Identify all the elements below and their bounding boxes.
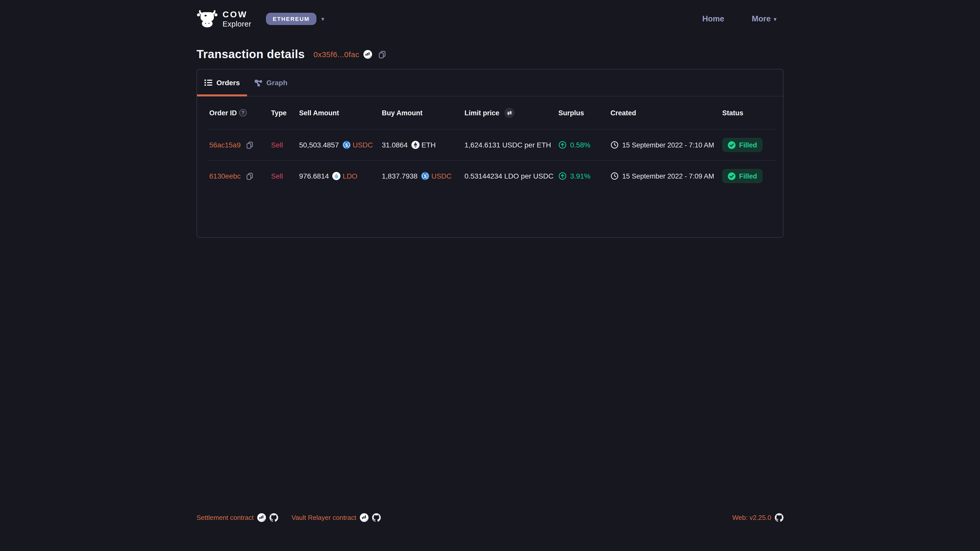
- sell-amount: 976.6814: [299, 172, 329, 180]
- help-icon[interactable]: [239, 109, 247, 117]
- github-icon[interactable]: [269, 513, 278, 522]
- chevron-down-icon: ▼: [320, 16, 325, 22]
- order-id-link[interactable]: 6130eebc: [209, 172, 241, 180]
- surplus-value: 0.58%: [570, 141, 590, 149]
- cow-icon: [197, 10, 218, 28]
- buy-token-link[interactable]: USDC: [431, 172, 452, 180]
- usdc-icon: [342, 141, 351, 149]
- copy-order-id-icon[interactable]: [246, 141, 253, 149]
- order-id-link[interactable]: 56ac15a9: [209, 141, 241, 149]
- col-buy-amount: Buy Amount: [382, 109, 465, 117]
- sell-token-link[interactable]: LDO: [343, 172, 358, 180]
- github-icon[interactable]: [775, 513, 783, 522]
- buy-token: ETH: [422, 141, 436, 149]
- col-type: Type: [271, 109, 299, 117]
- created-date: 15 September 2022 - 7:09 AM: [622, 172, 714, 180]
- tab-bar: Orders Graph: [197, 69, 783, 97]
- table-row: 56ac15a9 Sell 50,503.4857 USDC 31.0864: [209, 129, 775, 160]
- order-type: Sell: [271, 172, 299, 180]
- brand-subtitle: Explorer: [223, 21, 251, 28]
- usdc-icon: [421, 172, 429, 180]
- etherscan-icon[interactable]: [360, 513, 369, 522]
- clock-icon: [611, 141, 619, 149]
- col-limit-price: Limit price: [465, 109, 500, 117]
- clock-icon: [611, 172, 619, 180]
- graph-icon: [254, 79, 262, 86]
- web-version-link[interactable]: Web: v2.25.0: [732, 513, 771, 521]
- page-footer: Settlement contract Vault Relayer contra…: [197, 511, 783, 524]
- col-sell-amount: Sell Amount: [299, 109, 382, 117]
- check-circle-icon: [728, 141, 735, 149]
- network-selector[interactable]: ETHEREUM ▼: [266, 13, 325, 25]
- limit-price: 0.53144234 LDO per USDC: [465, 172, 558, 180]
- orders-card: Orders Graph Order ID Type Sell Amount: [197, 69, 783, 238]
- buy-amount: 31.0864: [382, 141, 407, 149]
- settlement-contract-link: Settlement contract: [197, 513, 278, 522]
- tx-hash-link[interactable]: 0x35f6...0fac: [313, 50, 360, 59]
- col-status: Status: [722, 109, 775, 117]
- title-row: Transaction details 0x35f6...0fac: [197, 48, 783, 61]
- list-icon: [204, 79, 212, 87]
- app-header: COW Explorer ETHEREUM ▼ Home More ▾: [197, 7, 783, 30]
- etherscan-icon[interactable]: [257, 513, 266, 522]
- surplus-up-icon: [558, 141, 566, 149]
- copy-order-id-icon[interactable]: [246, 172, 253, 180]
- cow-explorer-logo[interactable]: COW Explorer: [197, 10, 251, 28]
- col-surplus: Surplus: [558, 109, 611, 117]
- orders-table: Order ID Type Sell Amount Buy Amount Lim…: [197, 97, 783, 191]
- github-icon[interactable]: [372, 513, 381, 522]
- sell-token-link[interactable]: USDC: [353, 141, 373, 149]
- page-title: Transaction details: [197, 48, 305, 61]
- created-date: 15 September 2022 - 7:10 AM: [622, 141, 714, 149]
- sell-amount: 50,503.4857: [299, 141, 339, 149]
- col-order-id: Order ID: [209, 109, 237, 117]
- explorer-page: COW Explorer ETHEREUM ▼ Home More ▾ Tran…: [0, 0, 980, 551]
- status-badge: Filled: [722, 169, 763, 183]
- tx-hash-group: 0x35f6...0fac: [313, 50, 372, 59]
- col-created: Created: [611, 109, 722, 117]
- limit-price: 1,624.6131 USDC per ETH: [465, 141, 558, 149]
- vault-relayer-contract-label[interactable]: Vault Relayer contract: [291, 513, 356, 521]
- tab-orders[interactable]: Orders: [197, 69, 247, 96]
- check-circle-icon: [728, 172, 735, 180]
- surplus-value: 3.91%: [570, 172, 590, 180]
- brand-name: COW: [223, 10, 251, 19]
- buy-amount: 1,837.7938: [382, 172, 417, 180]
- status-badge: Filled: [722, 138, 763, 152]
- main-nav: Home More ▾: [702, 14, 776, 24]
- chevron-down-icon: ▾: [774, 16, 776, 22]
- nav-more[interactable]: More ▾: [752, 14, 776, 24]
- vault-relayer-contract-link: Vault Relayer contract: [291, 513, 381, 522]
- invert-price-icon[interactable]: ⇄: [504, 108, 515, 118]
- etherscan-icon[interactable]: [363, 50, 372, 59]
- copy-tx-hash-icon[interactable]: [378, 50, 387, 59]
- eth-icon: [411, 141, 419, 149]
- network-badge[interactable]: ETHEREUM: [266, 13, 316, 25]
- order-type: Sell: [271, 141, 299, 149]
- settlement-contract-label[interactable]: Settlement contract: [197, 513, 254, 521]
- tab-graph[interactable]: Graph: [247, 69, 294, 96]
- table-row: 6130eebc Sell 976.6814 LDO 1,837.7938: [209, 160, 775, 191]
- table-header-row: Order ID Type Sell Amount Buy Amount Lim…: [209, 97, 775, 129]
- ldo-icon: [332, 172, 341, 180]
- surplus-up-icon: [558, 172, 566, 180]
- nav-home[interactable]: Home: [702, 14, 724, 24]
